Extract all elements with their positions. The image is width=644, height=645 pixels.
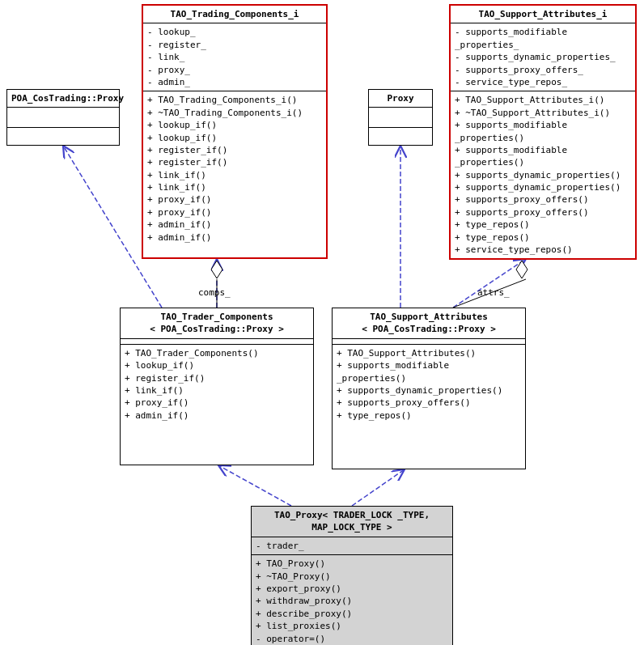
tao-trader-components-box: TAO_Trader_Components< POA_CosTrading::P…: [120, 308, 314, 465]
tao-trading-components-i-methods: + TAO_Trading_Components_i() + ~TAO_Trad…: [143, 91, 326, 246]
tao-support-attributes-methods: + TAO_Support_Attributes() + supports_mo…: [333, 345, 525, 424]
tao-support-attributes-title: TAO_Support_Attributes< POA_CosTrading::…: [333, 308, 525, 339]
tao-trading-components-i-title: TAO_Trading_Components_i: [143, 6, 326, 23]
tao-trader-components-methods: + TAO_Trader_Components() + lookup_if() …: [121, 345, 313, 424]
tao-support-attributes-i-methods: + TAO_Support_Attributes_i() + ~TAO_Supp…: [451, 91, 635, 258]
proxy-title: Proxy: [369, 90, 432, 108]
poa-costrading-proxy-attrs: [7, 108, 119, 128]
tao-support-attributes-box: TAO_Support_Attributes< POA_CosTrading::…: [332, 308, 526, 469]
tao-trader-components-attrs: [121, 339, 313, 345]
tao-trading-components-i-box: TAO_Trading_Components_i - lookup_- regi…: [142, 4, 328, 259]
svg-line-6: [218, 465, 291, 506]
tao-trader-components-title: TAO_Trader_Components< POA_CosTrading::P…: [121, 308, 313, 339]
proxy-box: Proxy: [368, 89, 433, 146]
tao-proxy-title: TAO_Proxy< TRADER_LOCK _TYPE, MAP_LOCK_T…: [252, 507, 452, 537]
svg-line-7: [352, 469, 405, 506]
poa-costrading-proxy-title: POA_CosTrading::Proxy: [7, 90, 119, 108]
tao-proxy-methods: + TAO_Proxy() + ~TAO_Proxy() + export_pr…: [252, 555, 452, 645]
tao-support-attributes-attrs: [333, 339, 525, 345]
svg-marker-11: [516, 261, 527, 278]
proxy-methods: [369, 128, 432, 144]
svg-marker-9: [211, 261, 222, 278]
tao-proxy-attrs: - trader_: [252, 537, 452, 555]
tao-support-attributes-i-attrs: - supports_modifiable _properties_ - sup…: [451, 23, 635, 91]
tao-proxy-box: TAO_Proxy< TRADER_LOCK _TYPE, MAP_LOCK_T…: [251, 506, 453, 645]
tao-trading-components-i-attrs: - lookup_- register_- link_- proxy_- adm…: [143, 23, 326, 91]
tao-support-attributes-i-title: TAO_Support_Attributes_i: [451, 6, 635, 23]
comps-label: comps_: [198, 287, 231, 298]
diagram: POA_CosTrading::Proxy Proxy TAO_Trading_…: [0, 0, 644, 645]
poa-costrading-proxy-methods: [7, 128, 119, 144]
tao-support-attributes-i-box: TAO_Support_Attributes_i - supports_modi…: [449, 4, 637, 260]
svg-line-5: [453, 259, 526, 308]
poa-costrading-proxy-box: POA_CosTrading::Proxy: [6, 89, 120, 146]
proxy-attrs: [369, 108, 432, 128]
attrs-label: attrs_: [477, 287, 510, 298]
